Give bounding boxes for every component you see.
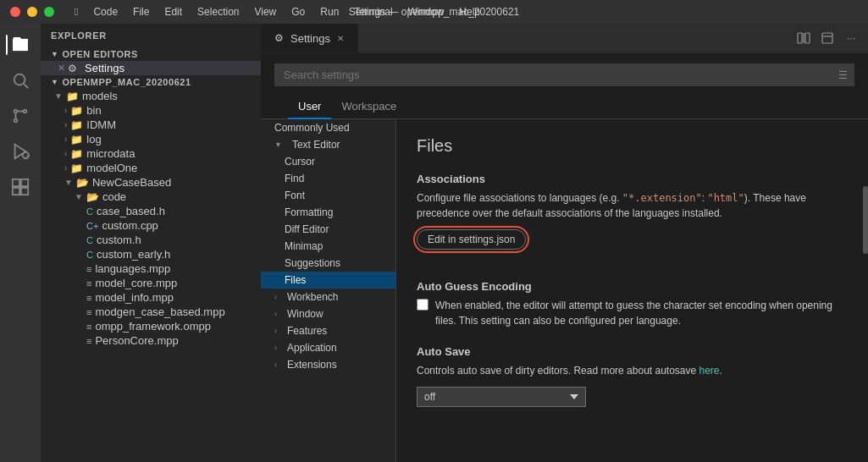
activity-extensions[interactable] — [6, 173, 35, 201]
svg-marker-8 — [15, 145, 26, 159]
folder-bin-label: bin — [86, 104, 101, 117]
close-file-icon[interactable]: ✕ — [54, 63, 68, 74]
file-personcore-mpp-label: PersonCore.mpp — [95, 334, 178, 347]
cat-cursor[interactable]: Cursor — [261, 153, 395, 170]
menu-go[interactable]: Go — [285, 4, 312, 19]
activity-run[interactable] — [6, 137, 35, 166]
auto-guess-description: When enabled, the editor will attempt to… — [435, 298, 848, 328]
file-ompp-framework[interactable]: ≡ ompp_framework.ompp — [41, 319, 261, 333]
close-button[interactable] — [10, 7, 20, 17]
cat-formatting[interactable]: Formatting — [261, 204, 395, 221]
folder-models[interactable]: ▼ 📁 models — [41, 89, 261, 103]
idmm-chevron: › — [64, 120, 67, 129]
menu-file[interactable]: File — [126, 4, 156, 19]
svg-point-5 — [14, 119, 18, 123]
cat-extensions[interactable]: › Extensions — [261, 356, 395, 373]
folder-idmm[interactable]: › 📁 IDMM — [41, 118, 261, 132]
svg-line-2 — [24, 84, 28, 88]
file-case-based-h-label: case_based.h — [97, 205, 165, 217]
file-cpp-icon: C+ — [86, 221, 98, 231]
menu-help[interactable]: Help — [452, 4, 487, 19]
autosave-link[interactable]: here — [699, 365, 720, 377]
file-model-info-mpp[interactable]: ≡ model_info.mpp — [41, 290, 261, 305]
open-editors-chevron: ▼ — [51, 50, 58, 58]
maximize-button[interactable] — [44, 7, 54, 17]
tab-close-icon[interactable]: ✕ — [337, 34, 344, 43]
project-label: OPENMPP_MAC_20200621 — [62, 77, 191, 87]
menu-view[interactable]: View — [247, 4, 283, 19]
cat-files-label: Files — [285, 274, 306, 286]
auto-save-title: Auto Save — [417, 345, 848, 358]
assoc-code1: "*.extension" — [622, 192, 702, 204]
file-model-core-mpp[interactable]: ≡ model_core.mpp — [41, 276, 261, 290]
settings-categories: Commonly Used ▼ Text Editor Cursor Find — [261, 119, 396, 462]
cat-text-editor[interactable]: ▼ Text Editor — [261, 136, 395, 153]
open-editor-settings[interactable]: ✕ ⚙ Settings — [41, 61, 261, 75]
open-editors-section[interactable]: ▼ Open Editors — [41, 47, 261, 61]
newcasebased-folder-icon: 📂 — [76, 177, 89, 189]
file-ompp-icon: ≡ — [86, 322, 91, 332]
microdata-chevron: › — [64, 149, 67, 158]
settings-body: Commonly Used ▼ Text Editor Cursor Find — [261, 119, 868, 462]
auto-guess-checkbox[interactable] — [417, 299, 428, 311]
activity-scm[interactable] — [6, 102, 35, 130]
menu-selection[interactable]: Selection — [191, 4, 246, 19]
folder-bin[interactable]: › 📁 bin — [41, 103, 261, 118]
more-actions-button[interactable]: ··· — [841, 28, 861, 48]
tab-user[interactable]: User — [288, 95, 331, 119]
file-case-based-h[interactable]: C case_based.h — [41, 204, 261, 218]
auto-save-select[interactable]: off afterDelay onFocusChange onWindowCha… — [417, 387, 586, 407]
menu-run[interactable]: Run — [313, 4, 346, 19]
cat-files[interactable]: Files — [261, 272, 395, 289]
folder-modelone[interactable]: › 📁 modelOne — [41, 161, 261, 175]
modelone-chevron: › — [64, 163, 67, 173]
cat-commonly-used[interactable]: Commonly Used — [261, 119, 395, 136]
menu-terminal[interactable]: Terminal — [347, 4, 399, 19]
folder-code-label: code — [102, 190, 126, 203]
activity-explorer[interactable] — [6, 30, 35, 59]
menu-edit[interactable]: Edit — [158, 4, 189, 19]
file-personcore-mpp[interactable]: ≡ PersonCore.mpp — [41, 333, 261, 348]
folder-code[interactable]: ▼ 📂 code — [41, 190, 261, 204]
tab-workspace[interactable]: Workspace — [331, 95, 406, 119]
cat-diff-editor[interactable]: Diff Editor — [261, 221, 395, 238]
cat-workbench[interactable]: › Workbench — [261, 289, 395, 305]
apple-menu[interactable]:  — [68, 4, 85, 19]
search-activity-icon — [11, 71, 30, 90]
cat-features[interactable]: › Features — [261, 322, 395, 339]
file-custom-h[interactable]: C custom.h — [41, 233, 261, 247]
cat-find[interactable]: Find — [261, 170, 395, 187]
main-layout: Explorer ▼ Open Editors ✕ ⚙ Settings ▼ O… — [0, 24, 868, 462]
menu-code[interactable]: Code — [86, 4, 124, 19]
file-modgen-icon: ≡ — [86, 307, 91, 317]
cat-font[interactable]: Font — [261, 187, 395, 204]
folder-microdata[interactable]: › 📁 microdata — [41, 146, 261, 161]
activity-search[interactable] — [6, 66, 35, 95]
edit-in-settings-json-button[interactable]: Edit in settings.json — [417, 229, 526, 250]
project-section[interactable]: ▼ OPENMPP_MAC_20200621 — [41, 75, 261, 89]
log-chevron: › — [64, 135, 67, 144]
folder-log[interactable]: › 📁 log — [41, 132, 261, 146]
folder-modelone-label: modelOne — [86, 162, 137, 174]
file-custom-cpp[interactable]: C+ custom.cpp — [41, 218, 261, 233]
search-clear-icon[interactable]: ☰ — [838, 69, 848, 81]
scrollbar-thumb[interactable] — [863, 186, 868, 254]
file-languages-mpp[interactable]: ≡ languages.mpp — [41, 261, 261, 276]
toggle-panel-button[interactable] — [817, 28, 838, 48]
menu-window[interactable]: Window — [401, 4, 451, 19]
file-modgen-mpp[interactable]: ≡ modgen_case_based.mpp — [41, 305, 261, 319]
cat-application[interactable]: › Application — [261, 339, 395, 356]
cat-window[interactable]: › Window — [261, 305, 395, 322]
search-input[interactable] — [274, 63, 854, 86]
cat-suggestions[interactable]: Suggestions — [261, 255, 395, 272]
file-ceh-icon: C — [86, 250, 93, 260]
tab-settings[interactable]: ⚙ Settings ✕ — [261, 24, 358, 52]
split-editor-button[interactable] — [793, 28, 814, 48]
svg-rect-18 — [822, 33, 832, 43]
features-chevron: › — [274, 327, 277, 335]
cat-minimap[interactable]: Minimap — [261, 238, 395, 255]
folder-newcasebased[interactable]: ▼ 📂 NewCaseBased — [41, 175, 261, 190]
file-custom-early-h[interactable]: C custom_early.h — [41, 247, 261, 261]
settings-content: ☰ User Workspace Commonly Used ▼ — [261, 53, 868, 462]
minimize-button[interactable] — [27, 7, 37, 17]
